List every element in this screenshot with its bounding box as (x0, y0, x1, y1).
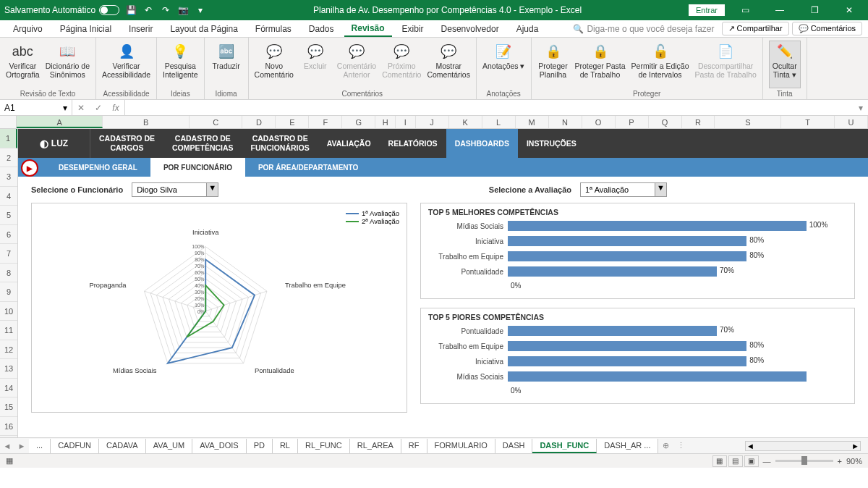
row-header[interactable]: 4 (0, 187, 17, 206)
ribbon-pesquisa[interactable]: 💡PesquisaInteligente (163, 41, 197, 88)
row-header[interactable]: 15 (0, 397, 17, 417)
column-header[interactable]: U (835, 116, 868, 128)
dashboard-nav-item[interactable]: INSTRUÇÕES (518, 139, 585, 148)
ribbon-novo[interactable]: 💬NovoComentário (255, 41, 294, 88)
column-header[interactable]: B (103, 116, 189, 128)
row-header[interactable]: 1 (0, 129, 17, 148)
column-header[interactable]: K (449, 116, 482, 128)
page-layout-view-icon[interactable]: ▤ (728, 455, 743, 467)
column-header[interactable]: H (375, 116, 396, 128)
dashboard-subnav-item[interactable]: DESEMPENHO GERAL (46, 158, 150, 177)
row-header[interactable]: 16 (0, 417, 17, 437)
ribbon-traduzir[interactable]: 🔤Traduzir (210, 41, 242, 88)
save-icon[interactable]: 💾 (125, 4, 137, 16)
ribbon-verificar[interactable]: 👤VerificarAcessibilidade (102, 41, 150, 88)
new-sheet-icon[interactable]: ⊕ (658, 441, 673, 450)
sheet-tab[interactable]: RL (273, 439, 298, 453)
column-header[interactable]: O (582, 116, 616, 128)
autosave-toggle[interactable]: Salvamento Automático (4, 5, 119, 15)
ribbon-options-icon[interactable]: ▭ (731, 0, 760, 20)
select-all-corner[interactable] (0, 116, 17, 128)
tell-me-input[interactable]: 🔍 Diga-me o que você deseja fazer (569, 22, 718, 35)
row-header[interactable]: 8 (0, 264, 17, 283)
column-header[interactable]: P (616, 116, 649, 128)
fx-icon[interactable]: fx (107, 100, 124, 115)
ribbon-ocultar[interactable]: ✏️OcultarTinta ▾ (769, 41, 801, 88)
play-icon[interactable]: ▶ (21, 159, 38, 177)
filter-evaluation-select[interactable]: 1ª Avaliação▼ (580, 182, 667, 197)
share-button[interactable]: ↗ Compartilhar (722, 22, 789, 35)
row-header[interactable]: 5 (0, 206, 17, 225)
menu-tab-dados[interactable]: Dados (302, 22, 341, 36)
row-header[interactable]: 6 (0, 225, 17, 245)
dashboard-nav-item[interactable]: CADASTRO DEFUNCIONÁRIOS (242, 134, 318, 152)
dashboard-subnav-item[interactable]: POR ÁREA/DEPARTAMENTO (245, 158, 371, 177)
row-header[interactable]: 12 (0, 340, 17, 360)
qat-dropdown-icon[interactable]: ▾ (195, 4, 206, 16)
record-macro-icon[interactable]: ▦ (6, 456, 13, 466)
dashboard-nav-item[interactable]: AVALIAÇÃO (318, 139, 380, 148)
column-header[interactable]: Q (649, 116, 682, 128)
sheet-tab[interactable]: CADFUN (51, 439, 99, 453)
row-header[interactable]: 14 (0, 379, 17, 398)
ribbon-anotações-▾[interactable]: 📝Anotações ▾ (482, 41, 525, 88)
cancel-formula-icon[interactable]: ✕ (72, 100, 90, 115)
horizontal-scrollbar[interactable]: ◄► (745, 441, 861, 451)
sheet-tab[interactable]: CADAVA (99, 439, 146, 453)
column-header[interactable]: T (781, 116, 835, 128)
column-header[interactable]: S (715, 116, 781, 128)
menu-tab-exibir[interactable]: Exibir (395, 22, 431, 36)
menu-tab-arquivo[interactable]: Arquivo (6, 22, 50, 36)
comments-button[interactable]: 💬 Comentários (792, 22, 862, 35)
row-header[interactable]: 3 (0, 167, 17, 187)
undo-icon[interactable]: ↶ (142, 4, 154, 16)
row-header[interactable]: 9 (0, 282, 17, 302)
dashboard-nav-item[interactable]: CADASTRO DECOMPETÊNCIAS (163, 134, 242, 152)
menu-tab-desenvolvedor[interactable]: Desenvolvedor (434, 22, 506, 36)
ribbon-verificar[interactable]: abcVerificarOrtografia (6, 41, 40, 88)
column-header[interactable]: L (482, 116, 516, 128)
ribbon-proteger[interactable]: 🔒ProtegerPlanilha (537, 41, 569, 88)
column-headers[interactable]: ABCDEFGHIJKLMNOPQRSTU (0, 116, 868, 129)
sheet-tab[interactable]: AVA_UM (146, 439, 193, 453)
menu-tab-fórmulas[interactable]: Fórmulas (248, 22, 299, 36)
row-header[interactable]: 11 (0, 321, 17, 340)
close-icon[interactable]: ✕ (835, 0, 864, 20)
column-header[interactable]: N (549, 116, 582, 128)
column-header[interactable]: M (516, 116, 549, 128)
dashboard-nav-item[interactable]: DASHBOARDS (446, 129, 518, 158)
maximize-icon[interactable]: ❐ (800, 0, 829, 20)
row-header[interactable]: 13 (0, 359, 17, 379)
sheet-tab[interactable]: ... (29, 439, 51, 453)
sign-in-button[interactable]: Entrar (689, 4, 725, 16)
sheet-tab[interactable]: RF (401, 439, 427, 453)
normal-view-icon[interactable]: ▦ (712, 455, 727, 467)
ribbon-mostrar[interactable]: 💬MostrarComentários (427, 41, 470, 88)
page-break-view-icon[interactable]: ▣ (744, 455, 759, 467)
dashboard-subnav-item[interactable]: POR FUNCIONÁRIO (150, 158, 245, 177)
ribbon-dicionário-de[interactable]: 📖Dicionário deSinônimos (46, 41, 90, 88)
sheet-tab[interactable]: RL_FUNC (298, 439, 350, 453)
row-headers[interactable]: 12345678910111213141516 (0, 129, 18, 437)
column-header[interactable]: J (416, 116, 449, 128)
column-header[interactable]: I (396, 116, 416, 128)
sheet-tab[interactable]: RL_AREA (350, 439, 401, 453)
sheet-tab-next-icon[interactable]: ► (14, 442, 29, 450)
name-box[interactable]: A1▾ (0, 100, 72, 115)
zoom-slider[interactable] (775, 460, 833, 462)
sheet-tab[interactable]: DASH_AR ... (597, 439, 658, 453)
menu-tab-ajuda[interactable]: Ajuda (509, 22, 546, 36)
zoom-level[interactable]: 90% (846, 457, 862, 466)
menu-tab-layout-da-página[interactable]: Layout da Página (163, 22, 244, 36)
column-header[interactable]: D (242, 116, 276, 128)
sheet-tab[interactable]: FORMULARIO (427, 439, 495, 453)
sheet-tab[interactable]: AVA_DOIS (192, 439, 246, 453)
column-header[interactable]: R (682, 116, 715, 128)
zoom-in-icon[interactable]: + (838, 457, 842, 466)
dashboard-nav-item[interactable]: RELATÓRIOS (380, 139, 446, 148)
row-header[interactable]: 7 (0, 244, 17, 264)
minimize-icon[interactable]: ― (765, 0, 794, 20)
ribbon-permitir-a-edição[interactable]: 🔓Permitir a Ediçãode Intervalos (631, 41, 689, 88)
sheet-tab-prev-icon[interactable]: ◄ (0, 442, 14, 450)
column-header[interactable]: E (276, 116, 309, 128)
